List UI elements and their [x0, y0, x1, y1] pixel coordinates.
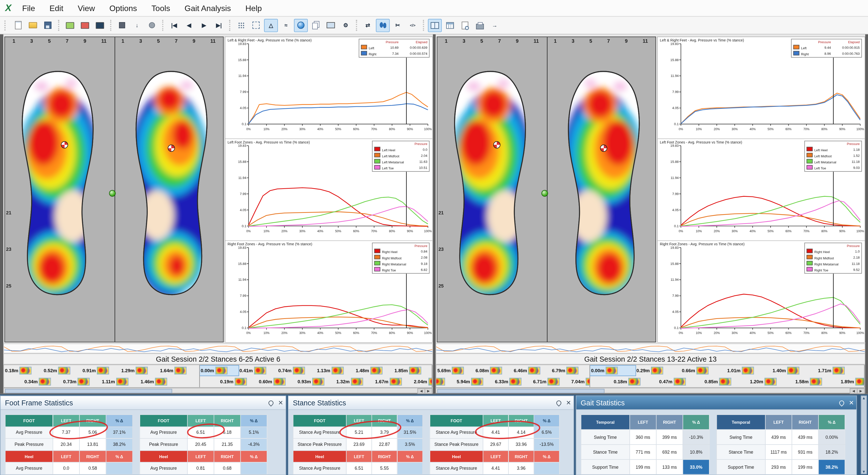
- filmstrip-stance-cell[interactable]: 6.33m: [494, 377, 532, 387]
- filmstrip-stance-cell[interactable]: 1.67m: [374, 377, 413, 387]
- menu-item-file[interactable]: File: [16, 1, 42, 15]
- pressure-overview-strip[interactable]: [3, 344, 433, 354]
- print-button[interactable]: [473, 19, 487, 32]
- filmstrip-stance-cell[interactable]: 1.48m: [354, 366, 393, 376]
- left-foot-heatmap[interactable]: [13, 66, 107, 304]
- screen-capture-button[interactable]: [324, 19, 338, 32]
- filmstrip-stance-cell[interactable]: 1.58m: [794, 377, 840, 387]
- scroll-up-icon[interactable]: ▲: [862, 396, 866, 400]
- copy-button[interactable]: [309, 19, 323, 32]
- filmstrip-stance-cell[interactable]: 0.47m: [658, 377, 704, 387]
- chart-left-zones[interactable]: Left Foot Zones - Avg. Pressure vs Time …: [657, 139, 865, 241]
- filmstrip-stance-cell[interactable]: 1.85m: [393, 366, 432, 376]
- filmstrip-stance-cell[interactable]: 1.13m: [316, 366, 354, 376]
- filmstrip-stance-cell[interactable]: 0.41m: [238, 366, 277, 376]
- scroll-down-icon[interactable]: ▼: [862, 470, 866, 474]
- scroll-left-button[interactable]: ◀: [850, 388, 858, 394]
- menu-item-gait-analysis[interactable]: Gait Analysis: [178, 1, 238, 15]
- right-foot-heatmap[interactable]: [555, 66, 649, 304]
- stop-button[interactable]: [115, 19, 129, 32]
- right-foot-heatmap[interactable]: [122, 66, 217, 304]
- filmstrip-stance-cell[interactable]: 1.89m: [840, 377, 865, 387]
- save-button[interactable]: [41, 19, 55, 32]
- table-view-button[interactable]: [443, 19, 457, 32]
- close-button[interactable]: ✕: [564, 398, 574, 407]
- ascii-export-button[interactable]: </>: [406, 19, 420, 32]
- cop-display-button[interactable]: [294, 19, 308, 32]
- filmstrip-stance-cell[interactable]: 1.29m: [120, 366, 159, 376]
- scroll-left-button[interactable]: ◀: [417, 388, 425, 394]
- filmstrip-stance-cell[interactable]: 0.18m: [613, 377, 658, 387]
- open-file-button[interactable]: [26, 19, 40, 32]
- monitor-live-button[interactable]: [63, 19, 77, 32]
- foot-boxes-button[interactable]: [376, 19, 390, 32]
- filmstrip-scrollbar[interactable]: ◀▶: [3, 388, 433, 393]
- menu-item-help[interactable]: Help: [239, 1, 269, 15]
- filmstrip-stance-cell[interactable]: 1.20m: [749, 377, 794, 387]
- filmstrip-stance-cell[interactable]: 0.66m: [681, 366, 726, 376]
- filmstrip-stance-cell[interactable]: 0.00m: [200, 366, 238, 376]
- previous-frame-button[interactable]: ◀: [182, 19, 196, 32]
- split-stance-button[interactable]: ✂: [391, 19, 405, 32]
- chart-left-zones[interactable]: Left Foot Zones - Avg. Pressure vs Time …: [225, 139, 432, 241]
- compare-windows-button[interactable]: [428, 19, 442, 32]
- filmstrip-stance-cell[interactable]: 0.91m: [82, 366, 120, 376]
- filmstrip-stance-cell[interactable]: 0.85m: [704, 377, 749, 387]
- filmstrip-stance-cell[interactable]: 5.94m: [456, 377, 494, 387]
- play-button[interactable]: ▶: [197, 19, 211, 32]
- filmstrip-stance-cell[interactable]: 5.69m: [436, 366, 474, 376]
- record-button[interactable]: [145, 19, 159, 32]
- wave-select-button[interactable]: ≈: [279, 19, 293, 32]
- new-recording-button[interactable]: [11, 19, 25, 32]
- dock-scrollbar[interactable]: ▲ ▼: [861, 395, 867, 474]
- chart-right-zones[interactable]: Right Foot Zones - Avg. Pressure vs Time…: [657, 241, 865, 343]
- filmstrip-stance-cell[interactable]: 5.58m: [436, 377, 456, 387]
- filmstrip-stance-cell[interactable]: 1.11m: [101, 377, 140, 387]
- filmstrip-stance-cell[interactable]: 6.79m: [551, 366, 589, 376]
- filmstrip-stance-cell[interactable]: 0.93m: [297, 377, 335, 387]
- filmstrip-stance-cell[interactable]: 1.40m: [772, 366, 817, 376]
- filmstrip-stance-cell[interactable]: 0.18m: [4, 366, 42, 376]
- scroll-right-button[interactable]: ▶: [425, 388, 433, 394]
- filmstrip-stance-cell[interactable]: 0.74m: [277, 366, 316, 376]
- monitor-off-button[interactable]: [93, 19, 107, 32]
- filmstrip-stance-cell[interactable]: 1.32m: [335, 377, 374, 387]
- filmstrip-stance-cell[interactable]: 1.46m: [140, 377, 178, 387]
- grid-view-button[interactable]: [234, 19, 248, 32]
- menu-item-edit[interactable]: Edit: [43, 1, 70, 15]
- pin-button[interactable]: [554, 398, 564, 407]
- chart-both-feet[interactable]: Left & Right Feet - Avg. Pressure vs Tim…: [225, 37, 432, 139]
- filmstrip-stance-cell[interactable]: 2.04m: [413, 377, 432, 387]
- filmstrip-scrollbar[interactable]: ◀▶: [436, 388, 865, 393]
- settings-button[interactable]: ⚙: [339, 19, 352, 32]
- last-frame-button[interactable]: ▶|: [212, 19, 226, 32]
- pin-button[interactable]: [836, 398, 846, 407]
- left-foot-heatmap[interactable]: [445, 66, 539, 304]
- filmstrip-stance-cell[interactable]: 6.46m: [513, 366, 551, 376]
- first-frame-button[interactable]: |◀: [167, 19, 181, 32]
- peak-display-button[interactable]: △: [264, 19, 278, 32]
- filmstrip-stance-cell[interactable]: 0.60m: [258, 377, 297, 387]
- scrollbar-thumb[interactable]: [437, 389, 604, 393]
- frame-select-button[interactable]: [249, 19, 263, 32]
- filmstrip-stance-cell[interactable]: 1.64m: [159, 366, 198, 376]
- pressure-overview-strip[interactable]: [436, 344, 865, 354]
- filmstrip-stance-cell[interactable]: 6.08m: [474, 366, 513, 376]
- filmstrip-stance-cell[interactable]: 0.00m: [590, 366, 636, 376]
- pin-button[interactable]: [266, 398, 276, 407]
- filmstrip-stance-cell[interactable]: 0.34m: [23, 377, 62, 387]
- snapshot-button[interactable]: ↓: [130, 19, 144, 32]
- filmstrip-stance-cell[interactable]: 0.19m: [219, 377, 258, 387]
- alignment-tools-button[interactable]: ⇄: [361, 19, 375, 32]
- close-button[interactable]: ✕: [846, 398, 857, 407]
- filmstrip-stance-cell[interactable]: 1.01m: [726, 366, 772, 376]
- scroll-right-button[interactable]: ▶: [857, 388, 865, 394]
- menu-item-tools[interactable]: Tools: [145, 1, 177, 15]
- chart-both-feet[interactable]: Left & Right Feet - Avg. Pressure vs Tim…: [657, 37, 865, 139]
- menu-item-options[interactable]: Options: [103, 1, 144, 15]
- print-preview-button[interactable]: [458, 19, 472, 32]
- filmstrip-stance-cell[interactable]: 7.04m: [570, 377, 590, 387]
- close-button[interactable]: ✕: [276, 398, 286, 407]
- filmstrip-stance-cell[interactable]: 1.71m: [817, 366, 862, 376]
- scrollbar-thumb[interactable]: [5, 389, 172, 393]
